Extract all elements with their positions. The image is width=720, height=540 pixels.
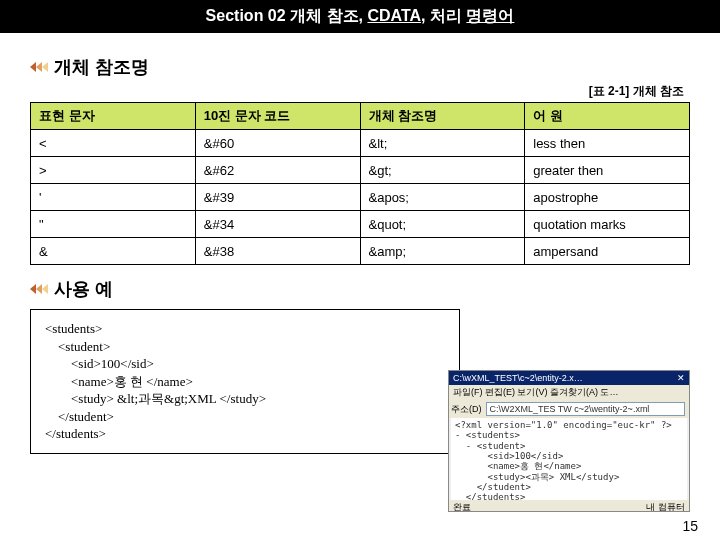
title-mid: 처리 [425, 7, 466, 24]
title-underline-1: CDATA, [367, 7, 425, 24]
thumb-status-left: 완료 [453, 501, 471, 512]
thumb-status-right: 내 컴퓨터 [646, 501, 685, 512]
cell: &quot; [360, 211, 525, 238]
table-row: & &#38 &amp; ampersand [31, 238, 690, 265]
thumb-menu: 파일(F) 편집(E) 보기(V) 즐겨찾기(A) 도… [449, 385, 689, 400]
col-entity-ref: 개체 참조명 [360, 103, 525, 130]
thumb-body: <?xml version="1.0" encoding="euc-kr" ?>… [451, 418, 687, 500]
svg-marker-5 [42, 284, 48, 294]
title-prefix: Section 02 개체 참조, [206, 7, 368, 24]
cell: &gt; [360, 157, 525, 184]
entity-ref-table: 표현 문자 10진 문자 코드 개체 참조명 어 원 < &#60 &lt; l… [30, 102, 690, 265]
cell: ' [31, 184, 196, 211]
code-example: <students> <student> <sid>100</sid> <nam… [30, 309, 460, 454]
table-row: ' &#39 &apos; apostrophe [31, 184, 690, 211]
cell: &#39 [195, 184, 360, 211]
heading-row-2: 사용 예 [30, 277, 690, 301]
cell: apostrophe [525, 184, 690, 211]
cell: > [31, 157, 196, 184]
col-dec-code: 10진 문자 코드 [195, 103, 360, 130]
page-number: 15 [682, 518, 698, 534]
svg-marker-1 [36, 62, 42, 72]
cell: < [31, 130, 196, 157]
cell: less then [525, 130, 690, 157]
cell: &lt; [360, 130, 525, 157]
thumb-address: C:\W2XML_TES TW c~2\wentity-2~.xml [486, 402, 686, 416]
svg-marker-3 [30, 284, 36, 294]
col-origin: 어 원 [525, 103, 690, 130]
bullet-icon [30, 60, 48, 74]
cell: &#60 [195, 130, 360, 157]
cell: ampersand [525, 238, 690, 265]
thumb-addr-label: 주소(D) [451, 403, 482, 416]
svg-marker-0 [30, 62, 36, 72]
section-title: Section 02 개체 참조, CDATA, 처리 명령어 [0, 0, 720, 33]
title-underline-2: 명령어 [466, 7, 514, 24]
table-row: " &#34 &quot; quotation marks [31, 211, 690, 238]
bullet-icon [30, 282, 48, 296]
col-expr-char: 표현 문자 [31, 103, 196, 130]
cell: &#34 [195, 211, 360, 238]
cell: &#38 [195, 238, 360, 265]
cell: & [31, 238, 196, 265]
svg-marker-4 [36, 284, 42, 294]
table-caption: [표 2-1] 개체 참조 [30, 83, 684, 100]
cell: greater then [525, 157, 690, 184]
svg-marker-2 [42, 62, 48, 72]
cell: &#62 [195, 157, 360, 184]
cell: quotation marks [525, 211, 690, 238]
table-header-row: 표현 문자 10진 문자 코드 개체 참조명 어 원 [31, 103, 690, 130]
cell: &amp; [360, 238, 525, 265]
heading-row-1: 개체 참조명 [30, 55, 690, 79]
cell: &apos; [360, 184, 525, 211]
heading-entity-ref: 개체 참조명 [54, 55, 149, 79]
heading-usage-example: 사용 예 [54, 277, 113, 301]
table-row: < &#60 &lt; less then [31, 130, 690, 157]
close-icon: ✕ [677, 373, 685, 383]
thumb-title: C:\wXML_TEST\c~2\entity-2.x… [453, 373, 583, 383]
browser-thumbnail: C:\wXML_TEST\c~2\entity-2.x… ✕ 파일(F) 편집(… [448, 370, 690, 512]
table-row: > &#62 &gt; greater then [31, 157, 690, 184]
cell: " [31, 211, 196, 238]
